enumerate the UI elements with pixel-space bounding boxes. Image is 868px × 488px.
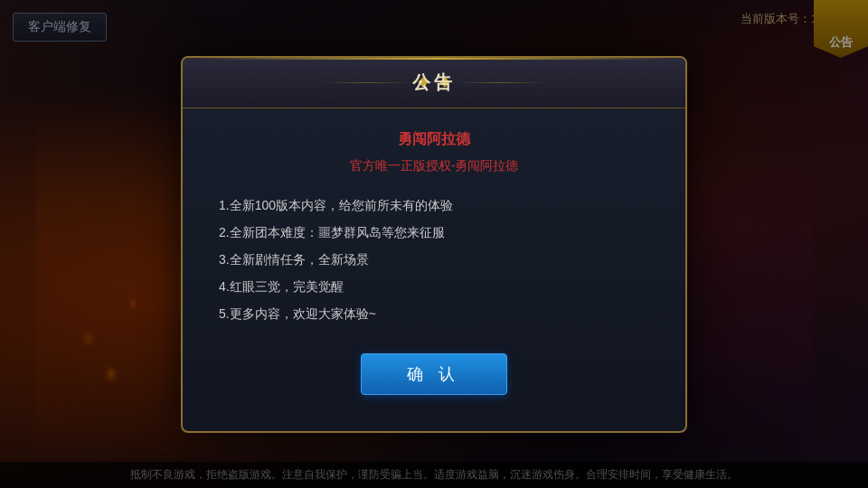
modal-dialog: 公告 勇闯阿拉德 官方唯一正版授权-勇闯阿拉德 1.全新100版本内容，给您前所… [181,56,687,433]
content-body: 1.全新100版本内容，给您前所未有的体验 2.全新团本难度：噩梦群风岛等您来征… [219,192,649,326]
content-item-1: 1.全新100版本内容，给您前所未有的体验 [219,192,649,218]
content-item-2: 2.全新团本难度：噩梦群风岛等您来征服 [219,220,649,245]
content-item-5: 5.更多内容，欢迎大家体验~ [219,301,649,326]
modal-content: 勇闯阿拉德 官方唯一正版授权-勇闯阿拉德 1.全新100版本内容，给您前所未有的… [183,108,685,326]
modal-footer: 确 认 [183,353,685,395]
modal-overlay: 公告 勇闯阿拉德 官方唯一正版授权-勇闯阿拉德 1.全新100版本内容，给您前所… [0,0,868,488]
title-line-right [456,82,546,83]
confirm-button[interactable]: 确 认 [361,353,506,395]
modal-title-bar: 公告 [183,58,685,108]
title-line-left [322,82,412,83]
modal-title: 公告 [412,72,456,92]
content-item-3: 3.全新剧情任务，全新场景 [219,247,649,272]
content-title: 勇闯阿拉德 [219,130,649,149]
content-subtitle: 官方唯一正版授权-勇闯阿拉德 [219,158,649,174]
content-item-4: 4.红眼三觉，完美觉醒 [219,274,649,299]
